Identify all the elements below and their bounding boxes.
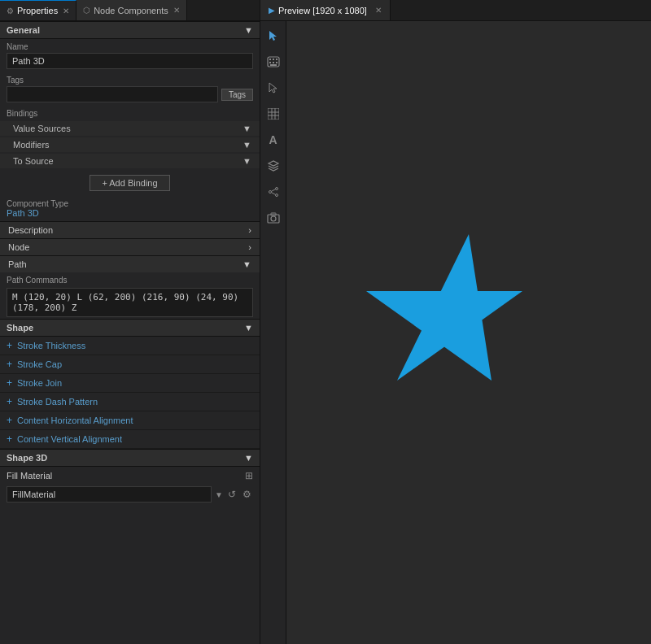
tags-field-row: Tags Tags — [0, 72, 260, 106]
general-chevron: ▼ — [244, 25, 253, 35]
shape-item-stroke-cap: + Stroke Cap — [0, 355, 260, 374]
grid-tool-button[interactable] — [264, 104, 283, 124]
plus-stroke-cap[interactable]: + — [7, 359, 12, 370]
text-tool-button[interactable]: A — [264, 130, 283, 150]
modifiers-header[interactable]: Modifiers ▼ — [0, 137, 260, 152]
svg-rect-1 — [269, 59, 271, 60]
tags-button[interactable]: Tags — [221, 89, 253, 101]
content-horizontal-label: Content Horizontal Alignment — [17, 416, 133, 425]
keyboard-tool-button[interactable] — [264, 52, 283, 72]
description-chevron: › — [248, 225, 251, 235]
canvas-area — [286, 21, 651, 644]
path-section-header[interactable]: Path ▼ — [0, 255, 260, 272]
add-binding-row: + Add Binding — [0, 170, 260, 196]
star-svg — [347, 218, 591, 446]
svg-rect-2 — [273, 59, 274, 60]
shape-chevron: ▼ — [244, 323, 253, 333]
fill-material-icon[interactable]: ⊞ — [245, 470, 253, 481]
properties-icon: ⚙ — [7, 7, 14, 15]
preview-tab-close[interactable]: ✕ — [375, 6, 382, 15]
tab-node-components-close[interactable]: ✕ — [173, 6, 180, 15]
tags-input[interactable] — [7, 86, 218, 102]
camera-tool-button[interactable] — [264, 208, 283, 228]
preview-toolbar: A — [260, 21, 286, 644]
text-icon: A — [269, 133, 277, 146]
svg-rect-7 — [270, 64, 277, 66]
preview-tab-label: Preview [1920 x 1080] — [278, 6, 367, 15]
preview-tab-bar: ▶ Preview [1920 x 1080] ✕ — [260, 0, 651, 21]
svg-line-17 — [271, 193, 275, 195]
general-section-header[interactable]: General ▼ — [0, 21, 260, 39]
preview-play-icon: ▶ — [269, 6, 275, 15]
plus-content-horizontal[interactable]: + — [7, 415, 12, 426]
path-commands-label: Path Commands — [0, 272, 260, 286]
fill-material-row: Fill Material ⊞ — [0, 467, 260, 485]
fill-select-row: FillMaterial ▼ ↺ ⚙ — [0, 485, 260, 507]
shape-item-content-vertical: + Content Vertical Alignment — [0, 430, 260, 449]
svg-point-14 — [275, 188, 277, 190]
node-section-header[interactable]: Node › — [0, 238, 260, 255]
tags-row: Tags — [7, 86, 253, 102]
tab-bar: ⚙ Properties ✕ ⬡ Node Components ✕ — [0, 0, 260, 21]
node-label: Node — [8, 242, 29, 252]
shape-section-header[interactable]: Shape ▼ — [0, 319, 260, 337]
shape-item-stroke-dash: + Stroke Dash Pattern — [0, 393, 260, 411]
layers-tool-button[interactable] — [264, 156, 283, 176]
svg-rect-5 — [273, 62, 274, 63]
tab-node-components-label: Node Components — [94, 6, 168, 15]
path-chevron: ▼ — [242, 259, 251, 269]
svg-point-19 — [271, 216, 276, 221]
svg-point-13 — [269, 191, 271, 194]
share-tool-button[interactable] — [264, 182, 283, 202]
node-chevron: › — [248, 242, 251, 252]
stroke-thickness-label: Stroke Thickness — [17, 341, 85, 350]
value-sources-header[interactable]: Value Sources ▼ — [0, 121, 260, 136]
name-label: Name — [7, 42, 253, 51]
add-binding-button[interactable]: + Add Binding — [90, 175, 169, 191]
fill-select-arrow: ▼ — [215, 490, 223, 499]
preview-panel: ▶ Preview [1920 x 1080] ✕ — [260, 0, 651, 644]
to-source-section: To Source ▼ — [0, 154, 260, 168]
tab-node-components[interactable]: ⬡ Node Components ✕ — [76, 0, 187, 20]
fill-reset-button[interactable]: ↺ — [226, 487, 238, 502]
to-source-chevron: ▼ — [242, 156, 251, 166]
fill-settings-button[interactable]: ⚙ — [241, 487, 253, 502]
tags-label: Tags — [7, 76, 253, 85]
panel-scroll: General ▼ Name Tags Tags Bindings Value … — [0, 21, 260, 644]
fill-material-select[interactable]: FillMaterial — [7, 486, 212, 503]
to-source-header[interactable]: To Source ▼ — [0, 154, 260, 168]
path-commands-section: Path Commands M (120, 20) L (62, 200) (2… — [0, 272, 260, 317]
star-preview — [347, 218, 591, 448]
properties-panel: ⚙ Properties ✕ ⬡ Node Components ✕ Gener… — [0, 0, 260, 644]
arrow-tool-button[interactable] — [264, 78, 283, 98]
shape3d-label: Shape 3D — [7, 453, 47, 463]
preview-tab[interactable]: ▶ Preview [1920 x 1080] ✕ — [260, 0, 391, 20]
path-commands-value[interactable]: M (120, 20) L (62, 200) (216, 90) (24, 9… — [7, 288, 253, 317]
svg-rect-6 — [276, 62, 277, 63]
plus-stroke-dash[interactable]: + — [7, 396, 12, 407]
value-sources-chevron: ▼ — [242, 124, 251, 133]
star-polygon — [366, 234, 522, 381]
plus-content-vertical[interactable]: + — [7, 433, 12, 445]
cursor-tool-button[interactable] — [264, 26, 283, 46]
shape-item-stroke-join: + Stroke Join — [0, 374, 260, 393]
shape3d-section-header[interactable]: Shape 3D ▼ — [0, 449, 260, 467]
value-sources-section: Value Sources ▼ — [0, 121, 260, 136]
shape-label: Shape — [7, 323, 33, 333]
tab-properties[interactable]: ⚙ Properties ✕ — [0, 0, 76, 20]
shape-item-stroke-thickness: + Stroke Thickness — [0, 337, 260, 355]
name-input[interactable] — [7, 53, 253, 69]
svg-rect-3 — [276, 59, 277, 60]
tab-properties-close[interactable]: ✕ — [63, 7, 69, 15]
modifiers-label: Modifiers — [13, 140, 50, 150]
plus-stroke-thickness[interactable]: + — [7, 340, 12, 351]
bindings-label: Bindings — [0, 106, 260, 120]
stroke-cap-label: Stroke Cap — [17, 359, 62, 369]
shape-items-list: + Stroke Thickness + Stroke Cap + Stroke… — [0, 337, 260, 449]
svg-rect-4 — [269, 62, 271, 63]
description-section-header[interactable]: Description › — [0, 221, 260, 238]
stroke-join-label: Stroke Join — [17, 378, 62, 388]
name-field-row: Name — [0, 39, 260, 72]
plus-stroke-join[interactable]: + — [7, 377, 12, 389]
node-components-icon: ⬡ — [83, 6, 90, 15]
